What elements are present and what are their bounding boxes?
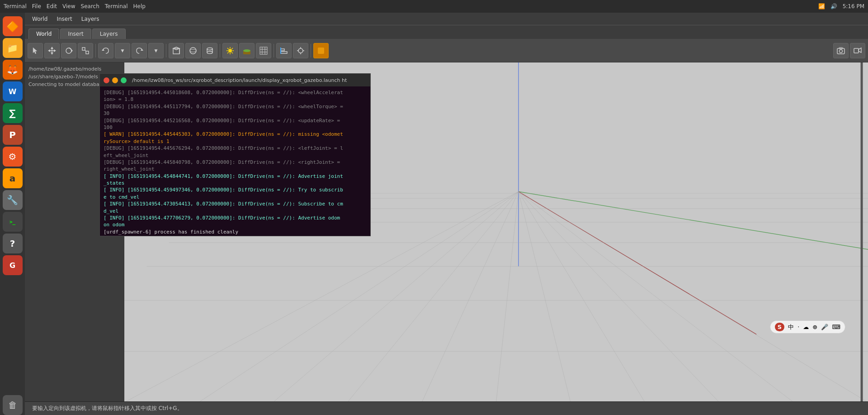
svg-point-19 [207,51,212,53]
term-line-7: [ INFO] [1651914954.459497346, 0.0720000… [104,186,367,200]
tool-undo-arrow[interactable]: ▼ [115,43,130,58]
dock: 🔶 📁 🦊 W ∑ P ⚙ a 🔧 >_ ? G 🗑 [0,13,25,415]
term-line-8: [ INFO] [1651914954.473054413, 0.0720000… [104,200,367,215]
system-file-menu[interactable]: File [32,3,41,10]
system-view-menu[interactable]: View [62,3,75,10]
svg-rect-46 [318,48,324,54]
dock-gazebo[interactable]: G [3,255,23,275]
svg-line-27 [227,48,229,49]
system-time: 5:16 PM [843,3,864,10]
sep2 [166,44,166,57]
menu-world[interactable]: World [28,15,51,23]
terminal-minimize-button[interactable] [112,77,118,83]
tool-snap[interactable] [293,43,308,58]
tool-sphere[interactable] [185,43,201,58]
dock-firefox[interactable]: 🦊 [3,60,23,80]
dock-ubuntu[interactable]: 🔶 [3,16,23,36]
svg-marker-51 [859,48,861,52]
tool-camera1[interactable] [833,43,849,58]
svg-rect-39 [281,52,287,53]
dock-trash[interactable]: 🗑 [3,395,23,415]
tool-box[interactable] [169,43,184,58]
svg-rect-8 [82,48,85,50]
tool-sun[interactable] [222,43,238,58]
ime-text: 要输入定向到该虚拟机，请将鼠标指针移入其中或按 Ctrl+G。 [32,405,183,412]
term-line-4: [DEBUG] [1651914954.445676294, 0.0720000… [104,145,367,159]
dock-amazon[interactable]: a [3,168,23,188]
terminal-maximize-button[interactable] [121,77,127,83]
tool-redo-arrow[interactable]: ▼ [148,43,164,58]
term-line-1: [DEBUG] [1651914954.445117794, 0.0720000… [104,103,367,117]
sogou-icon: S [775,323,784,331]
term-line-11: log file: /home/lzw08/.ros/log/4a4e7c34-… [104,235,367,236]
dock-files[interactable]: 📁 [3,38,23,58]
dock-manager[interactable]: ⚙ [3,147,23,167]
system-search-menu[interactable]: Search [81,3,99,10]
svg-point-16 [190,48,196,54]
tool-scale[interactable] [78,43,93,58]
svg-marker-4 [48,49,50,52]
system-edit-menu[interactable]: Edit [47,3,57,10]
sep4 [274,44,274,57]
system-terminal-label[interactable]: Terminal [4,3,27,10]
svg-marker-11 [102,49,104,51]
menu-layers[interactable]: Layers [78,15,103,23]
sogou-cloud[interactable]: ☁ [803,324,809,330]
term-line-9: [ INFO] [1651914954.477706279, 0.0720000… [104,215,367,229]
svg-rect-37 [260,47,267,54]
svg-rect-75 [861,62,863,402]
tool-cylinder[interactable] [202,43,217,58]
svg-marker-12 [141,49,143,51]
terminal-content[interactable]: [DEBUG] [1651914954.445018608, 0.0720000… [100,86,370,236]
sogou-keyboard[interactable]: ⌨ [832,324,840,330]
tool-undo[interactable] [98,43,113,58]
svg-rect-9 [86,51,89,54]
dock-help[interactable]: ? [3,234,23,253]
svg-marker-5 [54,49,56,52]
svg-point-32 [243,49,250,52]
dock-calc[interactable]: ∑ [3,103,23,123]
terminal-close-button[interactable] [104,77,109,83]
svg-line-28 [232,52,233,53]
menu-insert[interactable]: Insert [53,15,75,23]
term-line-5: [DEBUG] [1651914954.445840798, 0.0720000… [104,159,367,173]
tool-rotate[interactable] [61,43,76,58]
system-bar-right: 📶 🔊 5:16 PM [818,3,864,10]
dock-writer[interactable]: W [3,81,23,101]
sogou-punct[interactable]: · [797,324,799,330]
svg-marker-1 [51,47,53,49]
sep1 [95,44,96,57]
tab-layers[interactable]: Layers [92,29,126,39]
tool-camera2[interactable] [850,43,865,58]
svg-marker-2 [51,52,53,55]
svg-point-22 [228,49,232,52]
sogou-mic[interactable]: 🎤 [821,324,828,330]
tool-translate[interactable] [44,43,60,58]
tool-ground[interactable] [239,43,255,58]
system-bar-left: Terminal File Edit View Search Terminal … [4,3,146,10]
svg-line-10 [85,50,86,51]
term-line-2: [DEBUG] [1651914954.445216568, 0.0720000… [104,117,367,131]
tool-active-orange[interactable] [313,43,329,58]
terminal-window[interactable]: /home/lzw08/ros_ws/src/xqrobot_descripti… [99,73,371,236]
system-help-menu[interactable]: Help [133,3,146,10]
term-line-0: [DEBUG] [1651914954.445018608, 0.0720000… [104,89,367,103]
dock-impress[interactable]: P [3,125,23,145]
svg-line-30 [227,52,229,53]
sogou-input-bar[interactable]: S 中 · ☁ ⊕ 🎤 ⌨ [770,320,845,334]
svg-rect-13 [173,48,179,54]
sogou-chinese[interactable]: 中 [788,323,794,331]
svg-rect-38 [281,49,284,51]
system-terminal-menu[interactable]: Terminal [105,3,128,10]
svg-point-41 [298,48,303,53]
sogou-emoji[interactable]: ⊕ [812,324,817,330]
terminal-title: /home/lzw08/ros_ws/src/xqrobot_descripti… [132,77,347,83]
tool-grid[interactable] [256,43,271,58]
tab-insert[interactable]: Insert [60,29,91,39]
dock-tools[interactable]: 🔧 [3,190,23,210]
dock-terminal[interactable]: >_ [3,212,23,232]
tool-align[interactable] [276,43,292,58]
tool-redo[interactable] [132,43,147,58]
tool-select[interactable] [28,43,43,58]
tab-world[interactable]: World [28,29,59,39]
